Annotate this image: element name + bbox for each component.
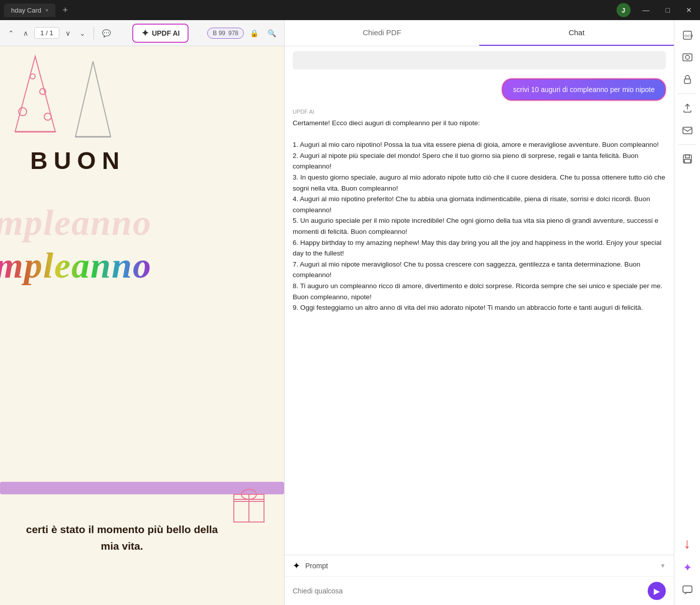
highlight-box bbox=[293, 51, 666, 69]
user-message-wrap: scrivi 10 auguri di compleanno per mio n… bbox=[285, 74, 674, 105]
gift-box-icon bbox=[229, 484, 269, 525]
red-arrow-icon: ↓ bbox=[684, 536, 691, 552]
prompt-bar[interactable]: ✦ Prompt ▼ bbox=[285, 555, 674, 577]
badge-b: B 99 bbox=[213, 30, 225, 37]
browser-tab[interactable]: hday Card × bbox=[4, 4, 55, 17]
send-button[interactable]: ▶ bbox=[648, 582, 666, 600]
nav-bottom-button[interactable]: ⌄ bbox=[76, 27, 89, 39]
chat-panel: Chiedi PDF Chat scrivi 10 auguri di comp… bbox=[284, 20, 674, 605]
app-body: ⌃ ∧ 1 / 1 ∨ ⌄ 💬 ✦ UPDF AI B 99 978 🔒 🔍 bbox=[0, 20, 700, 605]
sidebar-photo-icon[interactable] bbox=[677, 47, 697, 67]
svg-rect-16 bbox=[684, 79, 690, 83]
pdf-compleanno-colored: mpleanno bbox=[0, 245, 152, 287]
pdf-footer-line2: mia vita. bbox=[0, 538, 244, 555]
sidebar-ocr-icon[interactable]: OCR bbox=[677, 25, 697, 45]
svg-rect-20 bbox=[684, 159, 690, 163]
pdf-footer-line1: certi è stato il momento più bello della bbox=[0, 521, 244, 538]
chat-area: Chiedi PDF Chat scrivi 10 auguri di comp… bbox=[285, 20, 674, 605]
prompt-label: Prompt bbox=[305, 562, 655, 570]
comment-button[interactable]: 💬 bbox=[99, 27, 114, 39]
nav-up-button[interactable]: ∧ bbox=[20, 27, 31, 39]
page-indicator: 1 / 1 bbox=[34, 27, 59, 39]
svg-marker-6 bbox=[75, 61, 111, 137]
sidebar-chat-icon[interactable] bbox=[677, 580, 697, 600]
lock-button[interactable]: 🔒 bbox=[247, 27, 261, 39]
badge-msg: 978 bbox=[228, 30, 238, 37]
pdf-compleanno-bg: mpleanno bbox=[0, 202, 152, 244]
search-button[interactable]: 🔍 bbox=[265, 27, 279, 39]
svg-marker-0 bbox=[15, 56, 55, 132]
highlight-section bbox=[285, 46, 674, 74]
nav-top-button[interactable]: ⌃ bbox=[5, 27, 17, 39]
svg-rect-17 bbox=[683, 127, 692, 134]
party-hats bbox=[5, 51, 131, 152]
sidebar-save-icon[interactable] bbox=[677, 149, 697, 169]
chat-input-row: ▶ bbox=[285, 577, 674, 605]
updf-logo-icon: ✦ bbox=[141, 28, 149, 39]
titlebar: hday Card × + J — □ ✕ bbox=[0, 0, 700, 20]
svg-rect-21 bbox=[683, 586, 692, 592]
svg-point-15 bbox=[685, 55, 689, 59]
tab-title: hday Card bbox=[11, 7, 41, 14]
sidebar-divider-2 bbox=[678, 144, 696, 145]
sidebar-lock-icon[interactable] bbox=[677, 69, 697, 90]
svg-rect-14 bbox=[683, 54, 692, 61]
chat-input[interactable] bbox=[293, 587, 644, 595]
sidebar-divider-1 bbox=[678, 94, 696, 94]
send-icon: ▶ bbox=[654, 586, 660, 596]
user-avatar: J bbox=[617, 3, 631, 17]
svg-point-1 bbox=[19, 108, 27, 116]
svg-point-3 bbox=[30, 74, 35, 79]
updf-ai-label: UPDF AI bbox=[152, 29, 180, 37]
svg-text:OCR: OCR bbox=[684, 34, 693, 38]
updf-ai-button[interactable]: ✦ UPDF AI bbox=[132, 24, 189, 43]
ai-response-text: Certamente! Ecco dieci auguri di complea… bbox=[293, 118, 666, 313]
prompt-area: ✦ Prompt ▼ ▶ bbox=[285, 555, 674, 605]
close-tab-button[interactable]: × bbox=[45, 7, 48, 13]
pdf-toolbar-bar: ⌃ ∧ 1 / 1 ∨ ⌄ 💬 ✦ UPDF AI B 99 978 🔒 🔍 bbox=[0, 20, 284, 46]
page-current: 1 bbox=[40, 29, 44, 37]
maximize-button[interactable]: □ bbox=[662, 4, 674, 16]
pdf-buon-text: BUON bbox=[30, 147, 125, 175]
chat-tabs: Chiedi PDF Chat bbox=[285, 20, 674, 46]
right-sidebar: OCR ↓ ✦ bbox=[674, 20, 700, 605]
badge-area: B 99 978 bbox=[207, 28, 244, 39]
ai-label: UPDF AI bbox=[293, 109, 666, 115]
prompt-icon: ✦ bbox=[293, 560, 300, 571]
sidebar-updf-icon[interactable]: ✦ bbox=[677, 558, 697, 578]
nav-down-button[interactable]: ∨ bbox=[62, 27, 73, 39]
tab-chiedi-pdf[interactable]: Chiedi PDF bbox=[285, 20, 479, 46]
pdf-page: BUON mpleanno mpleanno certi è stato il … bbox=[0, 46, 284, 605]
ai-response-section[interactable]: UPDF AI Certamente! Ecco dieci auguri di… bbox=[285, 105, 674, 555]
sidebar-upload-icon[interactable] bbox=[677, 98, 697, 118]
tab-chat[interactable]: Chat bbox=[479, 20, 674, 46]
minimize-button[interactable]: — bbox=[639, 4, 654, 16]
sidebar-mail-icon[interactable] bbox=[677, 120, 697, 140]
add-tab-button[interactable]: + bbox=[59, 5, 71, 16]
pdf-footer: certi è stato il momento più bello della… bbox=[0, 521, 244, 555]
prompt-chevron-icon: ▼ bbox=[660, 562, 666, 569]
svg-point-4 bbox=[44, 113, 51, 120]
svg-rect-19 bbox=[685, 155, 689, 158]
user-message: scrivi 10 auguri di compleanno per mio n… bbox=[502, 78, 666, 101]
pdf-content: BUON mpleanno mpleanno certi è stato il … bbox=[0, 46, 284, 605]
page-total: 1 bbox=[49, 29, 53, 37]
close-window-button[interactable]: ✕ bbox=[682, 4, 696, 16]
window-controls: J — □ ✕ bbox=[617, 3, 696, 17]
pdf-viewer: ⌃ ∧ 1 / 1 ∨ ⌄ 💬 ✦ UPDF AI B 99 978 🔒 🔍 bbox=[0, 20, 284, 605]
